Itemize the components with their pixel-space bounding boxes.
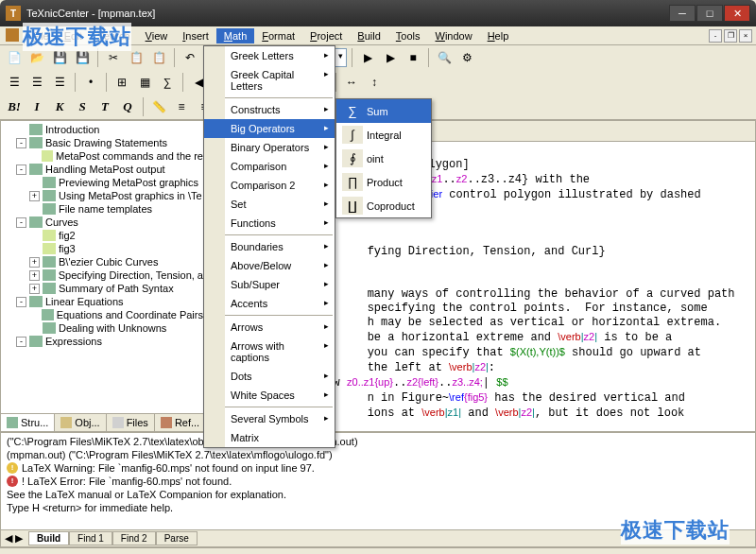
fmt-q-button[interactable]: Q (117, 96, 138, 117)
menu-item-sub-super[interactable]: Sub/Super (204, 275, 335, 294)
undo-button[interactable]: ↶ (180, 47, 200, 68)
tree-node[interactable]: Equations and Coordinate Pairs (29, 308, 203, 321)
arrow1-button[interactable]: ↔ (341, 72, 362, 93)
list-button[interactable]: ☰ (4, 72, 25, 93)
expand-icon[interactable]: - (16, 297, 26, 307)
tree-node[interactable]: fig3 (29, 242, 203, 255)
big-operators-submenu[interactable]: ∑Sum∫Integral∮oint∏Product∐Coproduct (335, 98, 432, 218)
expand-icon[interactable]: - (16, 138, 26, 148)
align-center-button[interactable]: ≡ (171, 96, 192, 117)
submenu-item-sum[interactable]: ∑Sum (336, 99, 431, 123)
menu-format[interactable]: Format (254, 28, 302, 43)
menu-item-arrows-with-captions[interactable]: Arrows with captions (204, 337, 335, 367)
fmt-s-button[interactable]: S (72, 96, 93, 117)
menu-item-arrows[interactable]: Arrows (204, 318, 335, 337)
menu-item-dots[interactable]: Dots (204, 367, 335, 386)
output-text[interactable]: ("C:\Program Files\MiKTeX 2.7\tex\latex\… (1, 433, 755, 529)
sidebar-tab[interactable]: Obj... (55, 414, 106, 431)
minimize-button[interactable]: ─ (669, 5, 696, 22)
menu-project[interactable]: Project (302, 28, 350, 43)
descr-button[interactable]: ☰ (49, 72, 70, 93)
menu-item-greek-capital-letters[interactable]: Greek Capital Letters (204, 65, 335, 95)
expand-icon[interactable]: + (29, 270, 40, 281)
arrow2-button[interactable]: ↕ (364, 72, 385, 93)
tree-node[interactable]: Previewing MetaPost graphics (29, 176, 203, 189)
tree-node[interactable]: MetaPost commands and the re (29, 149, 203, 163)
menu-item-set[interactable]: Set (204, 195, 335, 214)
math-dropdown[interactable]: Greek LettersGreek Capital LettersConstr… (203, 45, 335, 448)
mdi-restore-button[interactable]: ❐ (724, 29, 737, 43)
paste-button[interactable]: 📋 (148, 47, 169, 68)
menu-item-matrix[interactable]: Matrix (204, 428, 335, 447)
menu-item-functions[interactable]: Functions (204, 214, 335, 233)
view-button[interactable]: 🔍 (434, 47, 455, 68)
maximize-button[interactable]: □ (696, 5, 723, 22)
expand-icon[interactable]: - (16, 164, 26, 175)
tree-node[interactable]: -Curves (16, 216, 203, 229)
menu-item-comparison[interactable]: Comparison (204, 157, 335, 176)
math-button[interactable]: ∑ (157, 72, 178, 93)
menu-item-white-spaces[interactable]: White Spaces (204, 386, 335, 405)
mdi-minimize-button[interactable]: - (709, 29, 722, 43)
structure-tree[interactable]: Introduction-Basic Drawing StatementsMet… (1, 121, 205, 413)
tree-node[interactable]: File name templates (29, 202, 203, 216)
output-tab-build[interactable]: Build (28, 531, 69, 545)
sidebar-tab[interactable]: Ref... (155, 414, 206, 431)
table-button[interactable]: ⊞ (112, 72, 132, 93)
submenu-item-oint[interactable]: ∮oint (336, 147, 431, 170)
bold-button[interactable]: B! (4, 96, 25, 117)
sidebar-tab[interactable]: Stru... (1, 414, 55, 431)
build-view-button[interactable]: ▶ (380, 47, 401, 68)
output-tab-find1[interactable]: Find 1 (69, 531, 112, 545)
italic-button[interactable]: I (26, 96, 47, 117)
tool-button[interactable]: ⚙ (456, 47, 477, 68)
tree-node[interactable]: +Specifying Direction, Tension, a (29, 268, 203, 282)
fig-button[interactable]: ▦ (134, 72, 155, 93)
submenu-item-integral[interactable]: ∫Integral (336, 123, 431, 147)
build-button[interactable]: ▶ (357, 47, 378, 68)
menu-tools[interactable]: Tools (388, 28, 428, 43)
fmt-k-button[interactable]: K (49, 96, 70, 117)
sidebar-tab[interactable]: Files (107, 414, 155, 431)
menu-item-constructs[interactable]: Constructs (204, 100, 335, 119)
tree-node[interactable]: -Expressions (16, 335, 203, 348)
expand-icon[interactable]: - (16, 337, 26, 347)
menu-item-above-below[interactable]: Above/Below (204, 256, 335, 275)
menu-item-boundaries[interactable]: Boundaries (204, 237, 335, 256)
menu-help[interactable]: Help (480, 28, 517, 43)
tree-node[interactable]: fig2 (29, 229, 203, 242)
close-button[interactable]: ✕ (724, 5, 750, 22)
tree-node[interactable]: Dealing with Unknowns (29, 321, 203, 335)
tree-node[interactable]: +B\'ezier Cubic Curves (29, 255, 203, 268)
new-button[interactable]: 📄 (4, 47, 25, 68)
stop-button[interactable]: ■ (403, 47, 423, 68)
tree-node[interactable]: -Linear Equations (16, 295, 203, 308)
tree-node[interactable]: -Basic Drawing Statements (16, 136, 203, 149)
output-tab-parse[interactable]: Parse (156, 531, 198, 545)
submenu-item-product[interactable]: ∏Product (336, 170, 431, 194)
expand-icon[interactable]: + (29, 191, 40, 201)
menu-item-comparison-[interactable]: Comparison 2 (204, 176, 335, 195)
fmt-t-button[interactable]: T (94, 96, 115, 117)
menu-item-big-operators[interactable]: Big Operators (204, 119, 335, 138)
ruler-button[interactable]: 📏 (148, 96, 169, 117)
menu-item-several-symbols[interactable]: Several Symbols (204, 409, 335, 428)
enum-button[interactable]: ☰ (26, 72, 47, 93)
submenu-item-coproduct[interactable]: ∐Coproduct (336, 194, 431, 217)
output-tab-find2[interactable]: Find 2 (112, 531, 156, 545)
expand-icon[interactable]: + (29, 257, 40, 268)
menu-view[interactable]: View (138, 28, 176, 43)
tree-node[interactable]: +Using MetaPost graphics in \Te (29, 189, 203, 202)
tree-node[interactable]: +Summary of Path Syntax (29, 282, 203, 295)
mdi-close-button[interactable]: × (739, 29, 752, 43)
menu-insert[interactable]: Insert (175, 28, 216, 43)
menu-math[interactable]: Math (216, 28, 254, 43)
expand-icon[interactable]: + (29, 284, 40, 294)
menu-item-greek-letters[interactable]: Greek Letters (204, 46, 335, 65)
menu-window[interactable]: Window (428, 28, 480, 43)
tree-node[interactable]: Introduction (16, 123, 203, 136)
expand-icon[interactable]: - (16, 217, 26, 228)
menu-item-accents[interactable]: Accents (204, 294, 335, 313)
menu-build[interactable]: Build (350, 28, 387, 43)
menu-item-binary-operators[interactable]: Binary Operators (204, 138, 335, 157)
